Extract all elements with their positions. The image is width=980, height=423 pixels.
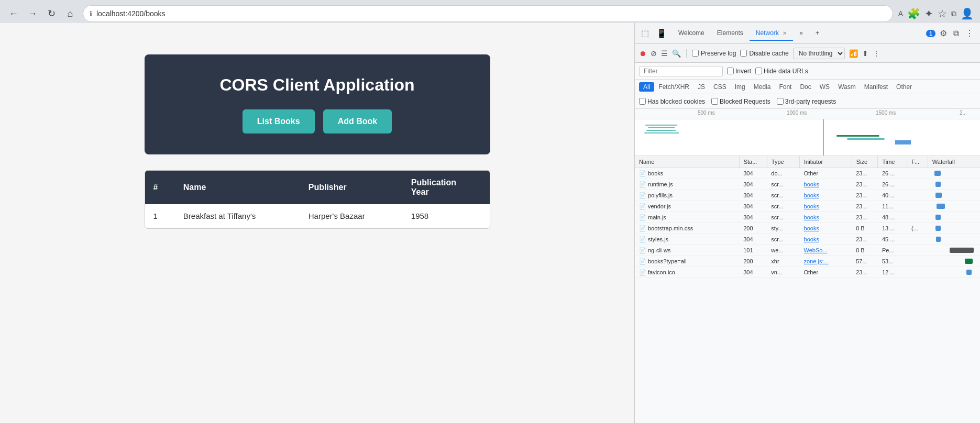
type-filter-wasm[interactable]: Wasm	[834, 82, 860, 92]
filter-toggle-button[interactable]: ☰	[661, 49, 668, 58]
tab-add[interactable]: +	[809, 26, 825, 41]
initiator-link[interactable]: books	[804, 203, 819, 209]
profile-icon[interactable]: 👤	[961, 7, 974, 20]
network-row[interactable]: 📄ng-cli-ws101we...WebSo...0 BPe...	[635, 245, 980, 256]
network-row-type: scr...	[767, 190, 799, 201]
refresh-button[interactable]: ↻	[44, 6, 59, 21]
back-button[interactable]: ←	[6, 6, 21, 21]
type-filter-manifest[interactable]: Manifest	[860, 82, 892, 92]
extension-icon[interactable]: 🧩	[907, 7, 920, 20]
preserve-log-checkbox[interactable]	[692, 50, 699, 57]
blocked-requests-checkbox[interactable]	[711, 98, 718, 105]
network-row[interactable]: 📄favicon.ico304vn...Other23...12 ...	[635, 267, 980, 278]
network-row-waterfall	[928, 179, 980, 190]
type-filter-all[interactable]: All	[639, 82, 654, 92]
bookmark-icon[interactable]: ☆	[938, 7, 947, 20]
inspect-icon[interactable]: ⬚	[639, 27, 651, 39]
devtools-toolbar: ⏺ ⊘ ☰ 🔍 Preserve log Disable cache No th…	[635, 44, 980, 63]
record-button[interactable]: ⏺	[639, 49, 646, 58]
col-header-f[interactable]: F...	[907, 156, 928, 168]
col-header-status[interactable]: Sta...	[739, 156, 767, 168]
type-filter-media[interactable]: Media	[750, 82, 775, 92]
network-row[interactable]: 📄styles.js304scr...books23...45 ...	[635, 234, 980, 245]
settings-icon[interactable]: ⚙	[938, 27, 949, 39]
throttle-select[interactable]: No throttling	[793, 48, 845, 59]
col-header-waterfall[interactable]: Waterfall	[928, 156, 980, 168]
tab-network[interactable]: Network ✕	[750, 26, 793, 41]
type-filter-js[interactable]: JS	[693, 82, 709, 92]
tab-search-icon[interactable]: ⧉	[951, 9, 956, 18]
url-input[interactable]	[96, 9, 886, 18]
tab-network-close[interactable]: ✕	[783, 30, 787, 36]
network-row-name: 📄favicon.ico	[635, 267, 739, 278]
forward-button[interactable]: →	[25, 6, 40, 21]
initiator-link[interactable]: books	[804, 236, 819, 242]
address-bar[interactable]: ℹ	[83, 5, 893, 22]
search-button[interactable]: 🔍	[672, 49, 681, 58]
type-filter-font[interactable]: Font	[775, 82, 796, 92]
network-row-status: 304	[739, 212, 767, 223]
col-header-type[interactable]: Type	[767, 156, 799, 168]
network-row[interactable]: 📄bootstrap.min.css200sty...books0 B13 ..…	[635, 223, 980, 234]
network-row[interactable]: 📄polyfills.js304scr...books23...40 ...	[635, 190, 980, 201]
network-row-name: 📄books	[635, 168, 739, 179]
initiator-link[interactable]: books	[804, 225, 819, 231]
network-row-type: scr...	[767, 234, 799, 245]
tab-elements[interactable]: Elements	[711, 26, 750, 41]
type-filter-ws[interactable]: WS	[816, 82, 834, 92]
hide-data-urls-group: Hide data URLs	[755, 68, 808, 75]
dock-icon[interactable]: ⧉	[951, 28, 961, 39]
devtools-icons: ⬚ 📱	[639, 27, 669, 39]
font-size-icon[interactable]: A	[898, 9, 903, 18]
upload-icon[interactable]: ⬆	[862, 49, 868, 58]
book-name: Breakfast at Tiffany's	[175, 204, 300, 228]
initiator-link[interactable]: zone.js:...	[804, 258, 829, 264]
device-icon[interactable]: 📱	[654, 27, 669, 39]
wifi-icon[interactable]: 📶	[849, 49, 858, 58]
network-row-name: 📄polyfills.js	[635, 190, 739, 201]
clear-button[interactable]: ⊘	[651, 49, 657, 58]
filter-input[interactable]	[639, 66, 723, 76]
initiator-link[interactable]: books	[804, 192, 819, 198]
network-row[interactable]: 📄main.js304scr...books23...48 ...	[635, 212, 980, 223]
type-filter-img[interactable]: Img	[731, 82, 750, 92]
devtools-more-icon[interactable]: ⋮	[963, 27, 976, 39]
network-row-initiator: books	[800, 201, 852, 212]
network-row[interactable]: 📄books?type=all200xhrzone.js:...57...53.…	[635, 256, 980, 267]
type-filter-other[interactable]: Other	[892, 82, 916, 92]
col-header-time[interactable]: Time	[878, 156, 907, 168]
network-row[interactable]: 📄runtime.js304scr...books23...26 ...	[635, 179, 980, 190]
blocked-requests-filter[interactable]: Blocked Requests	[711, 98, 770, 105]
network-table-container[interactable]: Name Sta... Type Initiator Size Time F..…	[635, 156, 980, 423]
col-header-name[interactable]: Name	[635, 156, 739, 168]
disable-cache-checkbox[interactable]	[740, 50, 747, 57]
initiator-link[interactable]: books	[804, 181, 819, 187]
hide-data-urls-checkbox[interactable]	[755, 68, 762, 74]
network-row-waterfall	[928, 256, 980, 267]
tab-welcome[interactable]: Welcome	[672, 26, 711, 41]
third-party-requests-checkbox[interactable]	[777, 98, 784, 105]
col-header-initiator[interactable]: Initiator	[800, 156, 852, 168]
tab-more[interactable]: »	[793, 26, 809, 41]
col-header-publisher: Publisher	[300, 171, 403, 204]
type-filter-fetch/xhr[interactable]: Fetch/XHR	[654, 82, 693, 92]
col-header-size[interactable]: Size	[852, 156, 878, 168]
third-party-requests-filter[interactable]: 3rd-party requests	[777, 98, 836, 105]
toolbar-more-icon[interactable]: ⋮	[873, 49, 880, 58]
filter-bar: Invert Hide data URLs	[635, 63, 980, 80]
network-row[interactable]: 📄books304do...Other23...26 ...	[635, 168, 980, 179]
type-filter-doc[interactable]: Doc	[796, 82, 815, 92]
has-blocked-cookies-checkbox[interactable]	[639, 98, 646, 105]
list-books-button[interactable]: List Books	[243, 109, 315, 133]
bookmark-star-icon[interactable]: ✦	[924, 7, 933, 20]
add-book-button[interactable]: Add Book	[323, 109, 392, 133]
initiator-link[interactable]: WebSo...	[804, 247, 828, 253]
type-filter-css[interactable]: CSS	[709, 82, 731, 92]
invert-checkbox[interactable]	[727, 68, 734, 74]
initiator-link[interactable]: books	[804, 214, 819, 220]
network-row-size: 0 B	[852, 223, 878, 234]
network-row[interactable]: 📄vendor.js304scr...books23...11...	[635, 201, 980, 212]
has-blocked-cookies-filter[interactable]: Has blocked cookies	[639, 98, 705, 105]
info-icon: ℹ	[90, 10, 92, 18]
home-button[interactable]: ⌂	[63, 6, 78, 21]
